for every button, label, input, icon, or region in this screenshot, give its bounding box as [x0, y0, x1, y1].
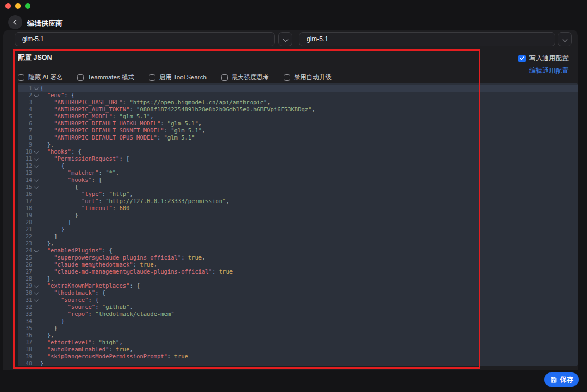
zoom-icon[interactable] [25, 3, 30, 9]
code-line: 17 "url": "http://127.0.0.1:23333/permis… [18, 198, 578, 205]
code-text: "extraKnownMarketplaces": { [40, 282, 140, 289]
code-text: "claude-md-management@claude-plugins-off… [40, 268, 233, 275]
code-text: { [40, 85, 43, 92]
fold-chevron-down-icon[interactable] [32, 289, 40, 296]
option-teammates-mode[interactable]: Teammates 模式 [77, 73, 134, 81]
fold-chevron-down-icon[interactable] [32, 148, 40, 155]
checkbox-icon[interactable] [18, 74, 24, 81]
fold-chevron-down-icon[interactable] [32, 282, 40, 289]
fold-spacer [32, 353, 40, 360]
write-common-config-option[interactable]: 写入通用配置 [518, 54, 569, 63]
fold-chevron-down-icon[interactable] [32, 296, 40, 304]
code-line: 39 "skipDangerousModePermissionPrompt": … [18, 353, 578, 360]
fold-chevron-down-icon[interactable] [32, 162, 40, 169]
fold-spacer [32, 169, 40, 176]
code-line: 13 "matcher": "*", [18, 169, 578, 176]
code-text: "matcher": "*", [40, 169, 119, 176]
checkbox-icon[interactable] [284, 74, 290, 81]
code-line: 34 } [18, 318, 578, 325]
code-line: 15 { [18, 184, 578, 191]
line-number: 38 [18, 346, 32, 353]
line-number: 12 [18, 162, 32, 169]
line-number: 22 [18, 233, 32, 240]
code-line: 18 "timeout": 600 [18, 205, 578, 212]
line-number: 2 [18, 92, 32, 99]
code-text: }, [40, 332, 54, 339]
config-options-row: 隐藏 AI 署名 Teammates 模式 启用 Tool Search 最大强… [18, 73, 332, 81]
code-line: 6 "ANTHROPIC_DEFAULT_HAIKU_MODEL": "glm-… [18, 120, 578, 127]
code-text: "timeout": 600 [40, 205, 129, 212]
check-icon [520, 56, 524, 61]
code-line: 5 "ANTHROPIC_MODEL": "glm-5.1", [18, 113, 578, 120]
fold-chevron-down-icon[interactable] [32, 247, 40, 254]
code-line: 12 { [18, 162, 578, 169]
checkbox-icon[interactable] [77, 74, 84, 81]
save-button[interactable]: 保存 [544, 372, 579, 387]
option-enable-tool-search[interactable]: 启用 Tool Search [149, 73, 207, 81]
page-title: 编辑供应商 [27, 18, 63, 28]
option-max-thinking[interactable]: 最大强度思考 [221, 73, 269, 81]
line-number: 21 [18, 226, 32, 233]
code-line: 24 "enabledPlugins": { [18, 247, 578, 254]
fold-chevron-down-icon[interactable] [32, 184, 40, 191]
fold-spacer [32, 332, 40, 339]
code-line: 32 "source": "github", [18, 304, 578, 311]
close-icon[interactable] [5, 3, 11, 9]
fold-chevron-down-icon[interactable] [32, 176, 40, 184]
back-arrow-icon [12, 19, 18, 26]
line-number: 14 [18, 176, 32, 184]
json-editor[interactable]: 1{2 "env": {3 "ANTHROPIC_BASE_URL": "htt… [18, 83, 578, 366]
minimize-icon[interactable] [15, 3, 21, 9]
fold-spacer [32, 325, 40, 332]
code-line: 22 ] [18, 233, 578, 240]
model-select-secondary[interactable]: glm-5.1 [299, 32, 555, 46]
fold-spacer [32, 339, 40, 346]
write-common-checkbox[interactable] [518, 55, 526, 62]
checkbox-icon[interactable] [221, 74, 228, 81]
code-text: }, [40, 141, 54, 148]
code-line: 31 "source": { [18, 296, 578, 304]
line-number: 25 [18, 254, 32, 261]
code-text: } [40, 212, 78, 219]
code-line: 29 "extraKnownMarketplaces": { [18, 282, 578, 289]
line-number: 40 [18, 360, 32, 366]
line-number: 32 [18, 304, 32, 311]
code-line: 10 "hooks": { [18, 148, 578, 155]
line-number: 3 [18, 99, 32, 106]
code-text: "source": "github", [40, 304, 133, 311]
line-number: 30 [18, 289, 32, 296]
fold-spacer [32, 240, 40, 247]
edit-common-config-link[interactable]: 编辑通用配置 [529, 66, 569, 75]
code-text: "type": "http", [40, 191, 133, 198]
checkbox-icon[interactable] [149, 74, 155, 81]
fold-chevron-down-icon[interactable] [32, 92, 40, 99]
fold-spacer [32, 360, 40, 366]
fold-spacer [32, 254, 40, 261]
code-line: 40} [18, 360, 578, 366]
code-text: "hooks": [ [40, 176, 102, 184]
chevron-down-icon[interactable] [278, 32, 292, 46]
line-number: 16 [18, 191, 32, 198]
option-disable-auto-upgrade[interactable]: 禁用自动升级 [284, 73, 332, 81]
code-line: 25 "superpowers@claude-plugins-official"… [18, 254, 578, 261]
fold-spacer [32, 120, 40, 127]
code-text: "ANTHROPIC_DEFAULT_HAIKU_MODEL": "glm-5.… [40, 120, 202, 127]
code-line: 7 "ANTHROPIC_DEFAULT_SONNET_MODEL": "glm… [18, 127, 578, 134]
code-line: 23 }, [18, 240, 578, 247]
fold-chevron-down-icon[interactable] [32, 85, 40, 92]
option-label: 启用 Tool Search [159, 73, 207, 81]
chevron-down-icon[interactable] [558, 32, 572, 46]
code-text: } [40, 325, 58, 332]
model-select-primary[interactable]: glm-5.1 [15, 32, 275, 46]
fold-spacer [32, 113, 40, 120]
fold-spacer [32, 191, 40, 198]
code-text: "ANTHROPIC_MODEL": "glm-5.1", [40, 113, 154, 120]
fold-chevron-down-icon[interactable] [32, 155, 40, 162]
code-line: 19 } [18, 212, 578, 219]
back-button[interactable] [8, 15, 22, 29]
fold-spacer [32, 141, 40, 148]
option-hide-ai-signature[interactable]: 隐藏 AI 署名 [18, 73, 63, 81]
save-label: 保存 [560, 375, 573, 384]
option-label: 禁用自动升级 [294, 73, 332, 81]
line-number: 24 [18, 247, 32, 254]
